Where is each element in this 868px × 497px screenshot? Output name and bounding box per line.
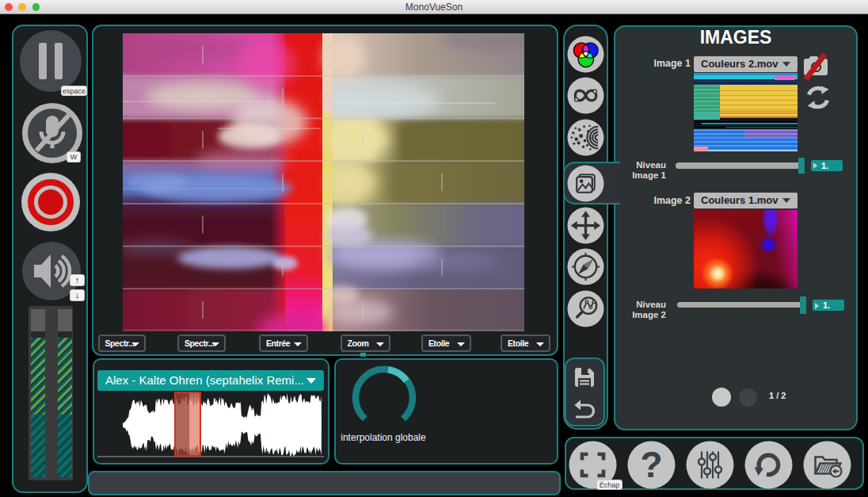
svg-text:?: ?	[640, 444, 662, 485]
